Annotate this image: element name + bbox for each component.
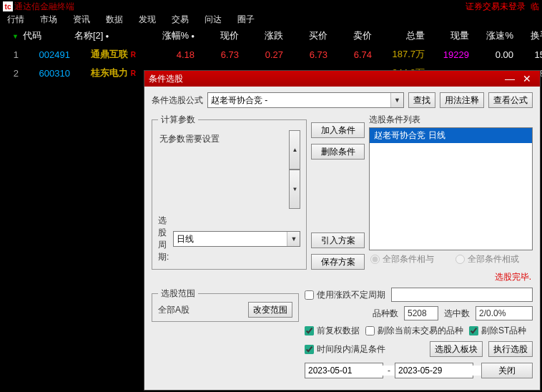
date-to-picker[interactable]: ▼: [395, 363, 473, 378]
login-status[interactable]: 证券交易未登录 临: [465, 1, 539, 13]
calc-empty-text: 无参数需要设置: [158, 130, 287, 209]
radio-and[interactable]: 全部条件相与: [370, 253, 434, 265]
formula-combo[interactable]: ▼: [207, 92, 404, 108]
execute-selection-button[interactable]: 执行选股: [488, 341, 533, 357]
col-header-change[interactable]: 涨跌: [242, 27, 285, 44]
calc-param-group: 计算参数 无参数需要设置 ▲ ▼ 选股周期: ▼: [152, 114, 307, 270]
date-separator: -: [388, 366, 390, 376]
add-condition-button[interactable]: 加入条件: [311, 122, 365, 138]
menu-item[interactable]: 数据: [106, 14, 123, 26]
period-input[interactable]: [174, 234, 287, 244]
cell-ask: 6.74: [330, 46, 373, 63]
condition-listbox[interactable]: 赵老哥协合竞 日线: [369, 127, 533, 250]
dialog-title-bar[interactable]: 条件选股 — ✕: [144, 71, 540, 87]
menu-item[interactable]: 行情: [7, 14, 24, 26]
col-header-volume[interactable]: 总量: [375, 27, 426, 44]
close-button[interactable]: 关闭: [481, 363, 533, 378]
formula-label: 条件选股公式: [152, 94, 203, 107]
col-header-cur-vol[interactable]: 现量: [428, 27, 470, 44]
chevron-down-icon[interactable]: ▼: [390, 93, 403, 107]
stock-selection-dialog: 条件选股 — ✕ 条件选股公式 ▼ 查找 用法注释 查看公式 计算参数 无参数需…: [144, 70, 541, 391]
col-header-change-pct[interactable]: 涨幅%●: [139, 27, 196, 44]
range-legend: 选股范围: [158, 288, 198, 300]
prefq-checkbox[interactable]: 前复权数据: [305, 325, 360, 337]
find-button[interactable]: 查找: [408, 92, 435, 108]
usage-button[interactable]: 用法注释: [440, 92, 484, 108]
stock-code[interactable]: 002491: [21, 46, 72, 63]
minimize-icon[interactable]: —: [501, 73, 518, 84]
menu-item[interactable]: 圈子: [237, 14, 255, 26]
period-combo[interactable]: ▼: [173, 231, 300, 247]
r-mark-icon: R: [131, 69, 136, 77]
indef-period-input[interactable]: [391, 288, 533, 302]
spinner-down-icon[interactable]: ▼: [289, 170, 300, 209]
variety-label: 品种数: [373, 308, 398, 320]
add-to-block-button[interactable]: 选股入板块: [430, 341, 483, 357]
table-row[interactable]: 1 002491 通鼎互联R 4.18 6.73 0.27 6.73 6.74 …: [1, 46, 542, 63]
col-header-speed[interactable]: 涨速%: [472, 27, 515, 44]
view-formula-button[interactable]: 查看公式: [488, 92, 533, 108]
radio-or[interactable]: 全部条件相或: [455, 253, 519, 265]
period-label: 选股周期:: [158, 215, 169, 263]
col-header-name[interactable]: 名称[2]●: [73, 27, 137, 44]
main-menu: 行情 市场 资讯 数据 发现 交易 问达 圈子: [0, 13, 542, 26]
table-header-row: ▼ 代码 名称[2]● 涨幅%● 现价 涨跌 买价 卖价 总量 现量 涨速% 换…: [1, 27, 542, 44]
dialog-title: 条件选股: [149, 73, 501, 85]
row-index: 1: [1, 46, 20, 63]
row-index: 2: [1, 64, 20, 82]
brand-bar: tc 通达信金融终端 证券交易未登录 临: [0, 0, 542, 13]
condition-list-label: 选股条件列表: [369, 114, 533, 126]
r-mark-icon: R: [131, 51, 136, 59]
remove-st-checkbox[interactable]: 剔除ST品种: [469, 325, 526, 337]
import-plan-button[interactable]: 引入方案: [311, 232, 365, 248]
calc-legend: 计算参数: [158, 114, 198, 126]
spinner-up-icon[interactable]: ▲: [289, 130, 300, 170]
cell-bid: 6.73: [286, 46, 329, 63]
menu-item[interactable]: 问达: [205, 14, 222, 26]
menu-item[interactable]: 市场: [40, 14, 57, 26]
save-plan-button[interactable]: 保存方案: [311, 254, 365, 270]
col-header-bid[interactable]: 买价: [286, 27, 329, 44]
cell-cur-vol: 19229: [428, 46, 470, 63]
col-header-price[interactable]: 现价: [197, 27, 240, 44]
change-range-button[interactable]: 改变范围: [248, 302, 292, 318]
time-range-checkbox[interactable]: 时间段内满足条件: [305, 343, 385, 356]
sort-indicator-icon[interactable]: ▼: [12, 33, 19, 40]
cell-change-pct: 4.18: [139, 46, 196, 63]
formula-input[interactable]: [208, 95, 390, 105]
cell-volume: 187.7万: [375, 46, 426, 63]
list-item[interactable]: 赵老哥协合竞 日线: [370, 128, 532, 143]
col-header-ask[interactable]: 卖价: [330, 27, 373, 44]
remove-nontrade-checkbox[interactable]: 剔除当前未交易的品种: [365, 325, 463, 337]
date-from-picker[interactable]: ▼: [305, 363, 383, 378]
cell-price: 6.73: [197, 46, 240, 63]
cell-turnover: 15.96: [516, 46, 542, 63]
indef-period-checkbox[interactable]: 使用涨跌不定周期: [305, 289, 385, 301]
cell-speed: 0.00: [472, 46, 515, 63]
param-spinner[interactable]: ▲ ▼: [289, 130, 300, 209]
range-text: 全部A股: [158, 304, 189, 316]
variety-value: 5208: [404, 306, 438, 320]
app-logo-icon: tc: [3, 1, 13, 11]
stock-code[interactable]: 600310: [21, 64, 72, 82]
selected-label: 选中数: [444, 308, 470, 320]
app-title: 通达信金融终端: [14, 1, 74, 13]
selection-status: 选股完毕.: [152, 270, 533, 285]
delete-condition-button[interactable]: 删除条件: [311, 144, 365, 160]
chevron-down-icon[interactable]: ▼: [287, 232, 300, 246]
close-icon[interactable]: ✕: [518, 73, 536, 84]
cell-change: 0.27: [242, 46, 285, 63]
selected-value: 2/0.0%: [476, 306, 533, 320]
stock-name[interactable]: 通鼎互联R: [73, 46, 137, 63]
menu-item[interactable]: 交易: [172, 14, 189, 26]
stock-name[interactable]: 桂东电力R: [73, 64, 137, 82]
range-group: 选股范围 全部A股 改变范围: [152, 288, 299, 322]
col-header-turnover[interactable]: 换手%: [516, 27, 542, 44]
menu-item[interactable]: 发现: [139, 14, 156, 26]
col-header-code[interactable]: 代码: [21, 27, 72, 44]
menu-item[interactable]: 资讯: [73, 14, 90, 26]
